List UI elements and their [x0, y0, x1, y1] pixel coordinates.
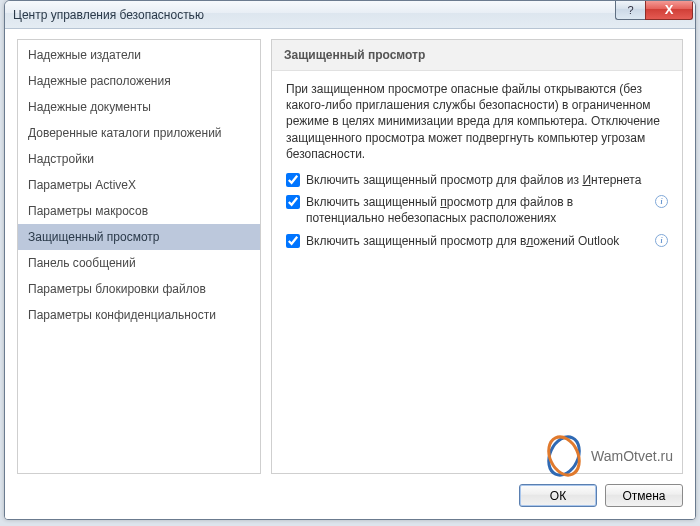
sidebar-item-trusted-publishers[interactable]: Надежные издатели [18, 42, 260, 68]
sidebar-item-privacy[interactable]: Параметры конфиденциальности [18, 302, 260, 328]
window-title: Центр управления безопасностью [13, 8, 204, 22]
sidebar-item-macro[interactable]: Параметры макросов [18, 198, 260, 224]
trust-center-window: Центр управления безопасностью ? X Надеж… [4, 0, 696, 520]
sidebar-item-activex[interactable]: Параметры ActiveX [18, 172, 260, 198]
section-description: При защищенном просмотре опасные файлы о… [286, 81, 668, 162]
info-icon[interactable]: i [655, 234, 668, 247]
help-button[interactable]: ? [615, 0, 645, 20]
info-icon[interactable]: i [655, 195, 668, 208]
option-unsafe-locations: Включить защищенный просмотр для файлов … [286, 194, 668, 226]
checkbox-internet-files[interactable] [286, 173, 300, 187]
label-unsafe-locations[interactable]: Включить защищенный просмотр для файлов … [306, 194, 645, 226]
sidebar-item-message-bar[interactable]: Панель сообщений [18, 250, 260, 276]
close-button[interactable]: X [645, 0, 693, 20]
label-internet-files[interactable]: Включить защищенный просмотр для файлов … [306, 172, 668, 188]
section-heading: Защищенный просмотр [272, 40, 682, 71]
cancel-button[interactable]: Отмена [605, 484, 683, 507]
checkbox-outlook-attachments[interactable] [286, 234, 300, 248]
option-outlook-attachments: Включить защищенный просмотр для вложени… [286, 233, 668, 249]
option-internet-files: Включить защищенный просмотр для файлов … [286, 172, 668, 188]
sidebar-item-trusted-app-catalogs[interactable]: Доверенные каталоги приложений [18, 120, 260, 146]
titlebar-buttons: ? X [615, 0, 693, 20]
sidebar-item-protected-view[interactable]: Защищенный просмотр [18, 224, 260, 250]
sidebar-item-addins[interactable]: Надстройки [18, 146, 260, 172]
label-outlook-attachments[interactable]: Включить защищенный просмотр для вложени… [306, 233, 645, 249]
dialog-buttons: ОК Отмена [17, 474, 683, 507]
sidebar-item-trusted-documents[interactable]: Надежные документы [18, 94, 260, 120]
columns: Надежные издатели Надежные расположения … [17, 39, 683, 474]
sidebar: Надежные издатели Надежные расположения … [17, 39, 261, 474]
sidebar-item-file-block[interactable]: Параметры блокировки файлов [18, 276, 260, 302]
ok-button[interactable]: ОК [519, 484, 597, 507]
content-panel: Защищенный просмотр При защищенном просм… [271, 39, 683, 474]
titlebar[interactable]: Центр управления безопасностью ? X [5, 1, 695, 29]
checkbox-unsafe-locations[interactable] [286, 195, 300, 209]
section-body: При защищенном просмотре опасные файлы о… [272, 71, 682, 265]
client-area: Надежные издатели Надежные расположения … [5, 29, 695, 519]
sidebar-item-trusted-locations[interactable]: Надежные расположения [18, 68, 260, 94]
